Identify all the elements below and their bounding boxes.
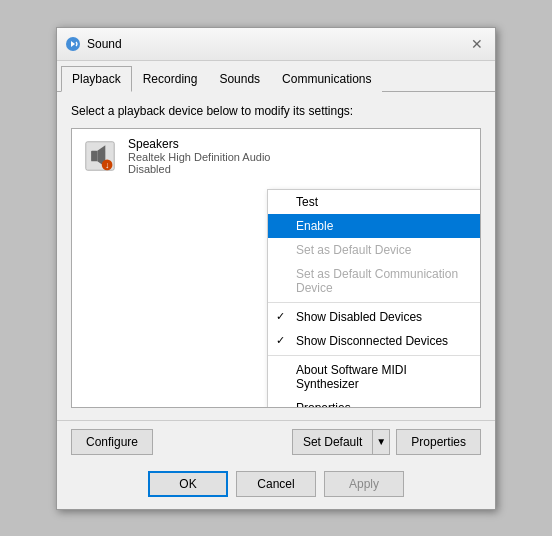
speaker-icon: ↓ bbox=[82, 138, 118, 174]
configure-button[interactable]: Configure bbox=[71, 429, 153, 455]
set-default-button[interactable]: Set Default bbox=[292, 429, 372, 455]
context-menu-show-disconnected[interactable]: ✓ Show Disconnected Devices bbox=[268, 329, 481, 353]
properties-button[interactable]: Properties bbox=[396, 429, 481, 455]
context-menu-properties[interactable]: Properties bbox=[268, 396, 481, 408]
tab-bar: Playback Recording Sounds Communications bbox=[57, 61, 495, 92]
sound-icon bbox=[65, 36, 81, 52]
title-bar-left: Sound bbox=[65, 36, 122, 52]
context-menu-test[interactable]: Test bbox=[268, 190, 481, 214]
set-default-dropdown[interactable]: ▼ bbox=[372, 429, 390, 455]
tab-recording[interactable]: Recording bbox=[132, 66, 209, 92]
close-button[interactable]: ✕ bbox=[467, 34, 487, 54]
device-list[interactable]: ↓ Speakers Realtek High Definition Audio… bbox=[71, 128, 481, 408]
device-item-speakers[interactable]: ↓ Speakers Realtek High Definition Audio… bbox=[72, 129, 480, 183]
apply-button[interactable]: Apply bbox=[324, 471, 404, 497]
description-text: Select a playback device below to modify… bbox=[71, 104, 481, 118]
context-menu-separator-2 bbox=[268, 355, 481, 356]
device-driver: Realtek High Definition Audio bbox=[128, 151, 270, 163]
svg-text:↓: ↓ bbox=[105, 160, 109, 170]
context-menu-show-disabled[interactable]: ✓ Show Disabled Devices bbox=[268, 305, 481, 329]
device-info: Speakers Realtek High Definition Audio D… bbox=[128, 137, 270, 175]
dialog-body: Select a playback device below to modify… bbox=[57, 92, 495, 420]
tab-communications[interactable]: Communications bbox=[271, 66, 382, 92]
context-menu-set-default-comm: Set as Default Communication Device bbox=[268, 262, 481, 300]
bottom-toolbar: Configure Set Default ▼ Properties bbox=[57, 420, 495, 463]
sound-dialog: Sound ✕ Playback Recording Sounds Commun… bbox=[56, 27, 496, 510]
context-menu-about-midi[interactable]: About Software MIDI Synthesizer bbox=[268, 358, 481, 396]
set-default-group: Set Default ▼ bbox=[292, 429, 390, 455]
svg-rect-2 bbox=[91, 150, 97, 161]
title-bar: Sound ✕ bbox=[57, 28, 495, 61]
checkmark-disabled: ✓ bbox=[276, 310, 285, 323]
context-menu-enable[interactable]: Enable bbox=[268, 214, 481, 238]
device-status: Disabled bbox=[128, 163, 270, 175]
dialog-buttons: OK Cancel Apply bbox=[57, 463, 495, 509]
window-title: Sound bbox=[87, 37, 122, 51]
context-menu: Test Enable Set as Default Device Set as… bbox=[267, 189, 481, 408]
cancel-button[interactable]: Cancel bbox=[236, 471, 316, 497]
tab-sounds[interactable]: Sounds bbox=[208, 66, 271, 92]
context-menu-separator-1 bbox=[268, 302, 481, 303]
ok-button[interactable]: OK bbox=[148, 471, 228, 497]
checkmark-disconnected: ✓ bbox=[276, 334, 285, 347]
tab-playback[interactable]: Playback bbox=[61, 66, 132, 92]
device-name: Speakers bbox=[128, 137, 270, 151]
context-menu-set-default: Set as Default Device bbox=[268, 238, 481, 262]
